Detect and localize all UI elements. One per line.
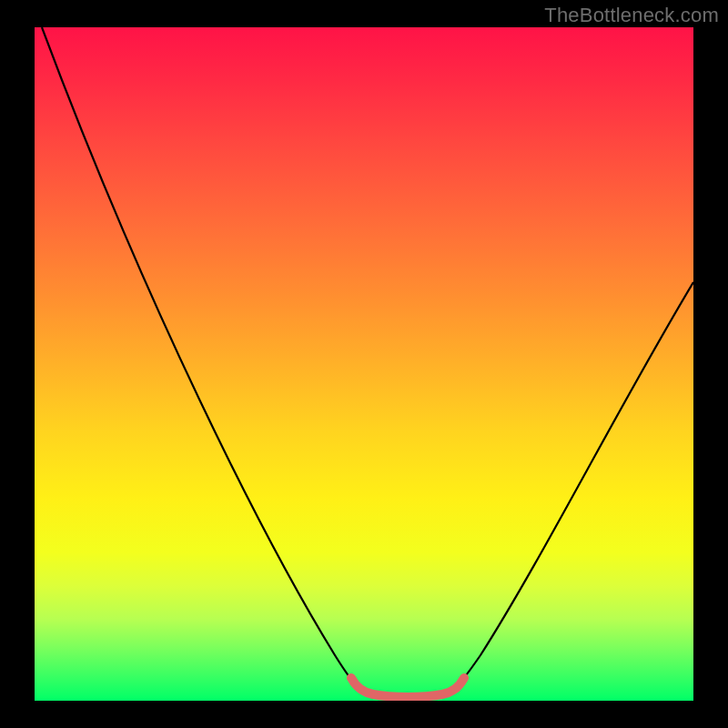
watermark-text: TheBottleneck.com: [544, 4, 719, 27]
chart-svg: [35, 27, 693, 701]
bottleneck-curve: [42, 27, 693, 696]
chart-frame: TheBottleneck.com: [0, 0, 728, 728]
optimal-zone-highlight: [351, 678, 464, 697]
plot-area: [35, 27, 693, 701]
